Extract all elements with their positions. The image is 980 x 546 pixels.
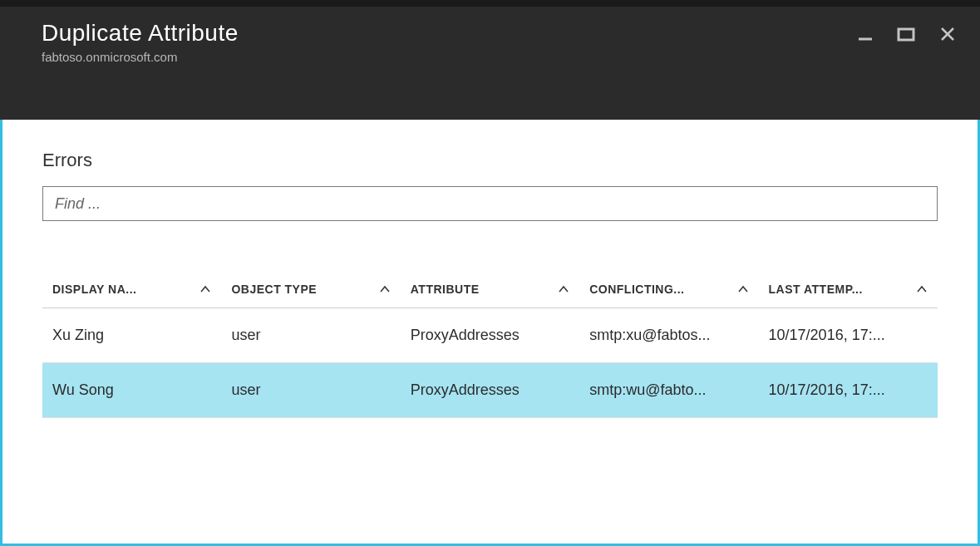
top-bar [0, 0, 980, 7]
column-header-last-attempt[interactable]: LAST ATTEMP... [759, 271, 938, 308]
table-row[interactable]: Wu SonguserProxyAddressessmtp:wu@fabto..… [42, 363, 938, 418]
cell-attribute: ProxyAddresses [401, 308, 579, 363]
maximize-button[interactable] [897, 26, 915, 42]
column-header-display-name[interactable]: DISPLAY NA... [42, 271, 221, 308]
minimize-icon [857, 26, 874, 42]
window-controls [857, 25, 957, 43]
cell-attribute: ProxyAddresses [401, 363, 579, 418]
table-row[interactable]: Xu ZinguserProxyAddressessmtp:xu@fabtos.… [42, 308, 938, 363]
chevron-up-icon [737, 285, 749, 293]
table-header-row: DISPLAY NA... OBJECT TYPE [42, 271, 938, 308]
cell-object-type: user [221, 308, 400, 363]
cell-last-attempt: 10/17/2016, 17:... [759, 308, 938, 363]
window-subtitle: fabtoso.onmicrosoft.com [42, 50, 938, 64]
column-header-attribute[interactable]: ATTRIBUTE [401, 271, 579, 308]
column-label: CONFLICTING... [589, 283, 684, 296]
chevron-up-icon [379, 285, 391, 293]
minimize-button[interactable] [857, 26, 874, 42]
column-label: ATTRIBUTE [411, 283, 480, 296]
cell-conflicting: smtp:wu@fabto... [579, 363, 758, 418]
cell-last-attempt: 10/17/2016, 17:... [759, 363, 938, 418]
chevron-up-icon [199, 285, 211, 293]
section-title: Errors [42, 150, 938, 171]
errors-table: DISPLAY NA... OBJECT TYPE [42, 271, 938, 418]
chevron-up-icon [916, 285, 928, 293]
column-label: LAST ATTEMP... [769, 283, 863, 296]
close-icon [938, 25, 957, 43]
column-header-conflicting[interactable]: CONFLICTING... [579, 271, 758, 308]
close-button[interactable] [938, 25, 957, 43]
column-header-object-type[interactable]: OBJECT TYPE [221, 271, 400, 308]
cell-object-type: user [221, 363, 400, 418]
chevron-up-icon [558, 285, 569, 293]
maximize-icon [897, 26, 915, 42]
window-title: Duplicate Attribute [42, 20, 938, 47]
column-label: DISPLAY NA... [52, 283, 136, 296]
content-area: Errors DISPLAY NA... OB [0, 120, 980, 546]
window-header: Duplicate Attribute fabtoso.onmicrosoft.… [0, 7, 980, 120]
table-container: DISPLAY NA... OBJECT TYPE [42, 271, 938, 418]
search-input[interactable] [42, 186, 938, 221]
cell-display-name: Xu Zing [42, 308, 221, 363]
svg-rect-1 [899, 29, 914, 40]
cell-display-name: Wu Song [42, 363, 221, 418]
cell-conflicting: smtp:xu@fabtos... [579, 308, 758, 363]
column-label: OBJECT TYPE [231, 283, 317, 296]
